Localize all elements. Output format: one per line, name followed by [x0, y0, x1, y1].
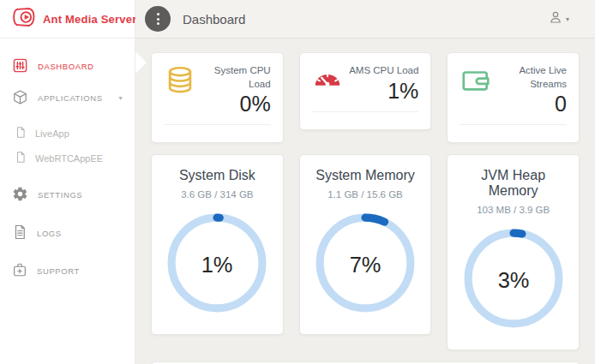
gauge-percent-label: 1%	[201, 253, 233, 277]
gauge-percent-label: 7%	[350, 253, 382, 277]
file-icon	[15, 126, 27, 140]
stat-label: Active Live Streams	[492, 64, 567, 91]
sidebar-item-logs[interactable]: LOGS	[0, 218, 135, 248]
file-icon	[15, 151, 27, 165]
system-disk-gauge: 1%	[159, 211, 276, 319]
dashboard-main: System CPU Load 0%	[135, 39, 595, 364]
sidebar-item-label: LiveApp	[35, 128, 69, 139]
support-icon	[12, 262, 27, 279]
gauge-title: JVM Heap Memory	[454, 168, 572, 199]
chevron-down-icon: ▾	[566, 15, 569, 23]
stat-value: 1%	[343, 79, 419, 104]
gauge-title: System Memory	[307, 168, 424, 183]
applications-sub-list: LiveApp WebRTCAppEE	[0, 114, 135, 179]
kebab-menu-icon[interactable]	[145, 6, 171, 32]
stat-value: 0%	[196, 92, 271, 116]
system-cpu-load-card: System CPU Load 0%	[151, 52, 284, 143]
applications-icon	[12, 89, 28, 107]
logo[interactable]: Ant Media Server	[0, 0, 135, 39]
logs-icon	[12, 224, 27, 242]
ant-media-logo-icon	[10, 6, 36, 32]
sidebar-item-dashboard[interactable]: DASHBOARD	[0, 51, 135, 82]
sidebar: Ant Media Server DASHBOARD	[0, 0, 135, 364]
user-menu[interactable]: ▾	[548, 9, 569, 28]
gauge-title: System Disk	[159, 168, 276, 183]
gauge-subtitle: 103 MB / 3.9 GB	[454, 205, 572, 215]
active-item-pointer	[135, 51, 147, 74]
ant-media-server-app: Ant Media Server DASHBOARD	[0, 0, 595, 364]
gauge-cards-row: System Disk 3.6 GB / 314 GB 1% System Me…	[151, 154, 580, 350]
system-memory-gauge: 7%	[307, 211, 424, 319]
sidebar-item-applications[interactable]: APPLICATIONS ▾	[0, 82, 135, 114]
gauge-subtitle: 3.6 GB / 314 GB	[159, 189, 276, 200]
sidebar-item-label: DASHBOARD	[38, 62, 94, 71]
stat-value: 0	[492, 92, 567, 116]
settings-icon	[12, 186, 28, 204]
gauge-subtitle: 1.1 GB / 15.6 GB	[307, 189, 424, 200]
sidebar-item-support[interactable]: SUPPORT	[0, 255, 135, 286]
chevron-down-icon: ▾	[118, 94, 123, 102]
jvm-heap-gauge: 3%	[454, 226, 572, 334]
dashboard-icon	[12, 57, 28, 75]
jvm-heap-memory-card: JVM Heap Memory 103 MB / 3.9 GB 3%	[447, 154, 580, 350]
gauge-percent-label: 3%	[497, 268, 529, 292]
logo-text: Ant Media Server	[43, 13, 136, 26]
sidebar-item-label: SETTINGS	[38, 190, 82, 200]
ams-cpu-load-card: AMS CPU Load 1%	[299, 52, 432, 130]
sidebar-nav: DASHBOARD APPLICATIONS ▾	[0, 39, 135, 286]
sidebar-item-liveapp[interactable]: LiveApp	[0, 121, 135, 146]
sidebar-item-label: WebRTCAppEE	[35, 153, 103, 164]
database-icon	[164, 64, 196, 100]
active-live-streams-card: Active Live Streams 0	[447, 52, 580, 143]
speedometer-icon	[312, 64, 343, 98]
top-bar: Dashboard ▾	[135, 0, 595, 39]
sidebar-item-settings[interactable]: SETTINGS	[0, 179, 135, 211]
stat-label: AMS CPU Load	[343, 64, 419, 78]
stat-cards-row: System CPU Load 0%	[151, 52, 580, 143]
stat-label: System CPU Load	[196, 64, 271, 91]
sidebar-item-label: SUPPORT	[37, 266, 80, 276]
content-area: Dashboard ▾	[135, 0, 595, 364]
sidebar-item-label: APPLICATIONS	[38, 93, 103, 103]
page-title: Dashboard	[183, 12, 245, 27]
sidebar-item-label: LOGS	[37, 229, 62, 238]
sidebar-item-webrtcappee[interactable]: WebRTCAppEE	[0, 146, 135, 170]
system-disk-card: System Disk 3.6 GB / 314 GB 1%	[151, 154, 284, 335]
system-memory-card: System Memory 1.1 GB / 15.6 GB 7%	[299, 154, 432, 335]
wallet-icon	[460, 64, 492, 100]
user-icon	[548, 9, 563, 28]
